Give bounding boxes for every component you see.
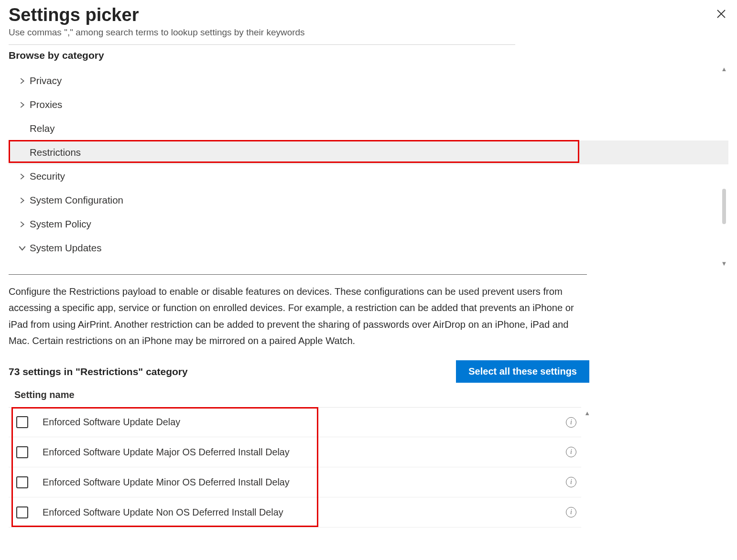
category-item-system-configuration[interactable]: System Configuration xyxy=(9,188,728,212)
chevron-right-icon xyxy=(14,221,30,227)
chevron-right-icon xyxy=(14,102,30,108)
category-label: System Updates xyxy=(30,242,101,254)
category-item-privacy[interactable]: Privacy xyxy=(9,69,728,93)
category-label: Relay xyxy=(30,123,54,134)
category-label: Proxies xyxy=(30,99,62,110)
select-all-button[interactable]: Select all these settings xyxy=(456,360,589,383)
category-label: System Policy xyxy=(30,218,91,230)
category-item-restrictions[interactable]: › Restrictions xyxy=(9,140,728,164)
settings-scrollbar[interactable]: ▲ xyxy=(584,409,590,417)
chevron-right-icon xyxy=(14,78,30,84)
category-scrollbar[interactable]: ▲ ▼ xyxy=(720,65,728,268)
setting-checkbox[interactable] xyxy=(16,476,28,488)
setting-name-label: Enforced Software Update Non OS Deferred… xyxy=(43,507,566,518)
scroll-thumb[interactable] xyxy=(722,189,726,224)
setting-checkbox[interactable] xyxy=(16,446,28,458)
info-icon[interactable]: i xyxy=(566,477,576,487)
info-icon[interactable]: i xyxy=(566,507,576,517)
category-item-security[interactable]: Security xyxy=(9,164,728,188)
page-title: Settings picker xyxy=(9,5,305,25)
chevron-right-icon xyxy=(14,197,30,204)
setting-name-label: Enforced Software Update Minor OS Deferr… xyxy=(43,477,566,488)
settings-list: Enforced Software Update Delay i Enforce… xyxy=(9,407,581,528)
chevron-down-icon xyxy=(14,245,30,252)
close-icon xyxy=(716,9,726,19)
close-button[interactable] xyxy=(710,7,732,23)
setting-checkbox[interactable] xyxy=(16,416,28,428)
page-subtitle: Use commas "," among search terms to loo… xyxy=(9,27,305,38)
chevron-right-icon xyxy=(14,173,30,180)
results-count: 73 settings in "Restrictions" category xyxy=(9,366,188,377)
scroll-down-icon[interactable]: ▼ xyxy=(721,259,727,268)
setting-row[interactable]: Enforced Software Update Major OS Deferr… xyxy=(9,437,581,467)
setting-row[interactable]: Enforced Software Update Non OS Deferred… xyxy=(9,497,581,528)
category-list-container: Privacy Proxies › Relay › Restrictions S… xyxy=(9,65,728,268)
setting-checkbox[interactable] xyxy=(16,506,28,518)
column-header-setting-name: Setting name xyxy=(9,389,728,400)
category-label: System Configuration xyxy=(30,194,123,206)
scroll-up-icon[interactable]: ▲ xyxy=(584,409,590,417)
category-label: Restrictions xyxy=(30,147,81,158)
setting-row[interactable]: Enforced Software Update Delay i xyxy=(9,407,581,437)
category-list: Privacy Proxies › Relay › Restrictions S… xyxy=(9,65,728,260)
scroll-up-icon[interactable]: ▲ xyxy=(721,65,727,73)
category-item-system-policy[interactable]: System Policy xyxy=(9,212,728,236)
category-item-system-updates[interactable]: System Updates xyxy=(9,236,728,260)
setting-row[interactable]: Enforced Software Update Minor OS Deferr… xyxy=(9,467,581,497)
settings-list-container: Enforced Software Update Delay i Enforce… xyxy=(9,407,589,528)
category-label: Security xyxy=(30,171,65,182)
info-icon[interactable]: i xyxy=(566,447,576,457)
category-item-relay[interactable]: › Relay xyxy=(9,117,728,140)
browse-heading: Browse by category xyxy=(9,50,728,61)
section-divider xyxy=(9,274,587,275)
setting-name-label: Enforced Software Update Delay xyxy=(43,417,566,428)
category-label: Privacy xyxy=(30,75,62,86)
category-item-proxies[interactable]: Proxies xyxy=(9,93,728,117)
setting-name-label: Enforced Software Update Major OS Deferr… xyxy=(43,447,566,458)
category-description: Configure the Restrictions payload to en… xyxy=(9,283,587,349)
search-divider xyxy=(9,44,515,45)
info-icon[interactable]: i xyxy=(566,417,576,428)
